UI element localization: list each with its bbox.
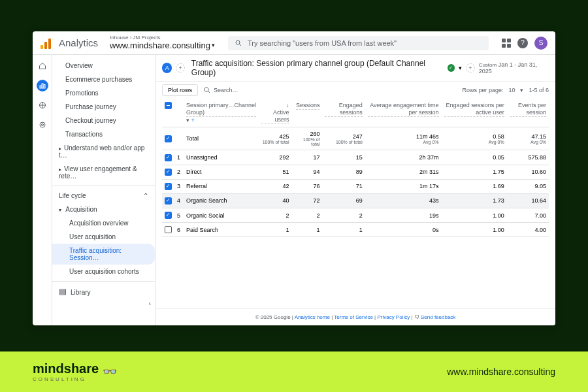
brand-url: www.mindshare.consulting	[447, 367, 555, 377]
row-checkbox[interactable]	[165, 226, 172, 233]
data-table: Session primary…Channel Group) ▾ + ↓ Act…	[162, 99, 549, 237]
row-checkbox[interactable]	[165, 197, 172, 204]
sidebar-item[interactable]: Ecommerce purchases	[52, 73, 155, 86]
footer-link[interactable]: Privacy Policy	[377, 314, 410, 320]
table-search[interactable]: Search…	[203, 86, 457, 94]
chevron-down-icon[interactable]: ▾	[459, 65, 462, 71]
sidebar-item-acquisition[interactable]: ▾ Acquisition	[52, 203, 155, 216]
property-selector[interactable]: Inhouse › JM Projects www.mindshare.cons…	[110, 35, 215, 50]
table-row[interactable]: 3Referral4276711m 17s1.699.05	[162, 179, 549, 193]
rows-per-page-value[interactable]: 10	[508, 87, 515, 93]
col-events-per-session[interactable]: Events per session	[507, 99, 549, 127]
row-checkbox[interactable]	[165, 169, 172, 176]
svg-point-6	[41, 124, 43, 126]
sidebar-item[interactable]: Traffic acquisition: Session…	[52, 244, 155, 265]
sidebar-library[interactable]: Library	[52, 284, 155, 300]
sidebar-item[interactable]: Purchase journey	[52, 100, 155, 114]
site-name: www.mindshare.consulting	[110, 41, 210, 50]
sidebar-item[interactable]: ▸View user engagement & rete…	[52, 162, 155, 183]
footer-link[interactable]: Terms of Service	[334, 314, 373, 320]
svg-point-0	[236, 41, 240, 44]
table-row[interactable]: 5Organic Social22219s1.007.00	[162, 208, 549, 222]
table-row[interactable]: 6Paid Search1110s1.004.00	[162, 223, 549, 237]
help-icon[interactable]: ?	[517, 38, 528, 48]
apps-icon[interactable]	[502, 39, 511, 48]
sidebar-item[interactable]: User acquisition cohorts	[52, 265, 155, 278]
footer-link[interactable]: Analytics home	[295, 314, 330, 320]
topbar: Analytics Inhouse › JM Projects www.mind…	[33, 31, 555, 55]
sidebar-item[interactable]: Checkout journey	[52, 114, 155, 127]
global-search[interactable]: Try searching "users from USA from last …	[228, 36, 489, 50]
chevron-down-icon: ▾	[186, 117, 189, 123]
page-title: Traffic acquisition: Session primary cha…	[191, 59, 441, 77]
svg-rect-3	[42, 84, 43, 88]
add-comparison-button[interactable]: +	[466, 63, 474, 73]
svg-rect-8	[60, 289, 66, 291]
explore-icon[interactable]	[37, 99, 48, 111]
svg-rect-10	[60, 293, 66, 295]
total-row: Total425100% of total260100% of total247…	[162, 127, 549, 150]
glasses-icon: 👓	[103, 365, 117, 379]
svg-point-7	[40, 122, 45, 127]
avatar[interactable]: S	[534, 37, 547, 50]
sidebar-item[interactable]: Acquisition overview	[52, 216, 155, 230]
main-content: A + Traffic acquisition: Session primary…	[155, 55, 555, 325]
col-sessions[interactable]: Sessions	[292, 99, 323, 127]
sidebar-item[interactable]: Promotions	[52, 86, 155, 100]
chevron-down-icon: ▾	[212, 42, 215, 49]
footer: © 2025 Google | Analytics home | Terms o…	[155, 308, 555, 325]
sidebar-item[interactable]: Overview	[52, 59, 155, 73]
library-icon	[59, 288, 67, 296]
sidebar-item[interactable]: Transactions	[52, 127, 155, 141]
collapse-sidebar-icon[interactable]: ‹	[52, 300, 155, 307]
search-icon	[203, 86, 211, 94]
col-active-users[interactable]: ↓ Active users	[259, 99, 291, 127]
sidebar-item[interactable]: ▸Understand web and/or app t…	[52, 141, 155, 162]
advertising-icon[interactable]	[37, 119, 48, 131]
add-segment-button[interactable]: +	[176, 63, 184, 73]
search-icon	[235, 39, 242, 47]
send-feedback-link[interactable]: Send feedback	[421, 314, 455, 320]
table-row[interactable]: 1Unassigned29217152h 37m0.05575.88	[162, 150, 549, 165]
svg-rect-4	[44, 85, 45, 89]
col-engaged-sessions[interactable]: Engaged sessions	[322, 99, 365, 127]
sidebar-item[interactable]: User acquisition	[52, 230, 155, 244]
search-placeholder: Try searching "users from USA from last …	[248, 39, 397, 47]
product-name: Analytics	[59, 37, 98, 48]
analytics-logo-icon	[41, 37, 52, 49]
row-checkbox[interactable]	[165, 183, 172, 190]
nav-rail	[33, 55, 52, 325]
col-engaged-per-user[interactable]: Engaged sessions per active user	[442, 99, 507, 127]
chevron-down-icon[interactable]: ▾	[520, 87, 523, 93]
col-avg-engagement-time[interactable]: Average engagement time per session	[365, 99, 442, 127]
table-row[interactable]: 2Direct5194892m 31s1.7510.60	[162, 165, 549, 179]
brand-bar: mindshare CONSULTING 👓 www.mindshare.con…	[0, 351, 588, 392]
sidebar: OverviewEcommerce purchasesPromotionsPur…	[52, 55, 155, 325]
section-label: Life cycle	[59, 192, 86, 199]
sidebar-section-lifecycle[interactable]: Life cycle ⌃	[52, 189, 155, 203]
chevron-up-icon: ⌃	[143, 192, 148, 199]
svg-line-12	[208, 91, 210, 93]
chevron-down-icon: ▾	[59, 207, 64, 213]
add-dimension-icon[interactable]: +	[191, 117, 195, 123]
row-checkbox[interactable]	[165, 135, 172, 142]
rows-per-page-label: Rows per page:	[462, 87, 503, 93]
svg-rect-2	[40, 86, 41, 88]
reports-icon[interactable]	[37, 80, 48, 91]
row-checkbox[interactable]	[165, 154, 172, 161]
table-row[interactable]: 4Organic Search40726943s1.7310.64	[162, 193, 549, 208]
row-checkbox[interactable]	[165, 212, 172, 219]
svg-line-1	[239, 44, 241, 46]
verified-icon: ✓	[448, 64, 455, 72]
home-icon[interactable]	[37, 60, 48, 72]
segment-badge[interactable]: A	[162, 63, 172, 73]
dimension-header[interactable]: Session primary…Channel Group) ▾ +	[184, 99, 259, 127]
plot-rows-button[interactable]: Plot rows	[162, 84, 198, 96]
svg-point-11	[204, 88, 208, 91]
pagination-info: 1-5 of 6	[529, 87, 549, 93]
brand-logo: mindshare CONSULTING 👓	[33, 361, 117, 382]
select-all-checkbox[interactable]	[165, 102, 172, 109]
date-range-picker[interactable]: Custom Jan 1 - Jan 31, 2025	[479, 61, 549, 74]
svg-rect-9	[60, 291, 66, 293]
